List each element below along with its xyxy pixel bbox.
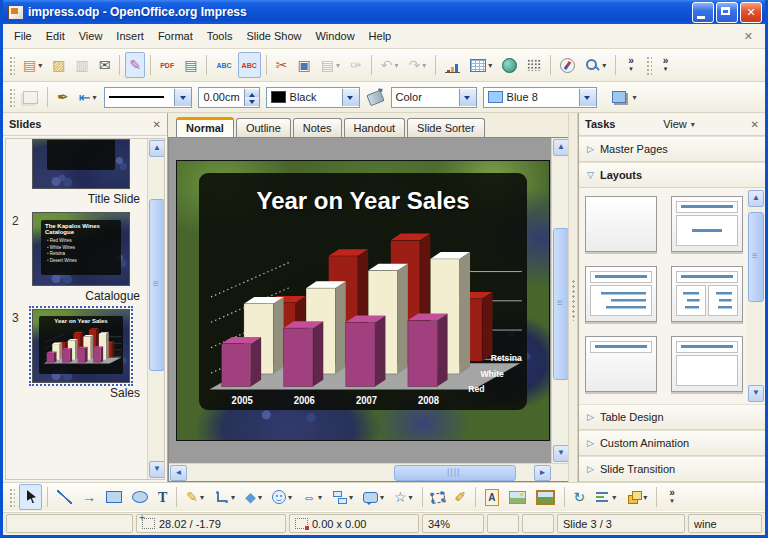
email-button[interactable]: ✉ bbox=[95, 52, 115, 78]
print-button[interactable]: ▤ bbox=[180, 52, 201, 78]
menu-edit[interactable]: Edit bbox=[39, 27, 72, 45]
scroll-left-icon[interactable]: ◄ bbox=[170, 465, 187, 481]
section-custom-animation[interactable]: ▷ Custom Animation bbox=[579, 430, 765, 456]
status-cursor-position[interactable]: 28.02 / -1.79 bbox=[136, 514, 286, 533]
arrow-style-button[interactable]: ⇤▾ bbox=[75, 84, 101, 110]
menu-window[interactable]: Window bbox=[308, 27, 361, 45]
toolbar-grip[interactable] bbox=[8, 487, 15, 507]
grid-button[interactable] bbox=[523, 52, 545, 78]
slide-thumbnail-3[interactable]: 3 Year on Year Sales Sales bbox=[32, 309, 142, 400]
layout-title-two-content[interactable] bbox=[671, 266, 743, 322]
paste-button[interactable]: ▤▾ bbox=[317, 52, 344, 78]
status-object-size[interactable]: 0.00 x 0.00 bbox=[289, 514, 419, 533]
scroll-down-icon[interactable]: ▼ bbox=[553, 445, 568, 462]
copy-button[interactable]: ▣ bbox=[294, 52, 315, 78]
edit-points-button[interactable] bbox=[428, 484, 449, 510]
text-tool[interactable]: T bbox=[154, 484, 171, 510]
menu-file[interactable]: File bbox=[7, 27, 39, 45]
layout-blank[interactable] bbox=[585, 196, 657, 252]
chevron-down-icon[interactable]: ▾ bbox=[691, 120, 703, 129]
symbol-shapes-tool[interactable]: ▾ bbox=[268, 484, 296, 510]
spin-down-icon[interactable] bbox=[245, 97, 259, 106]
rectangle-tool[interactable] bbox=[102, 484, 126, 510]
scrollbar-thumb[interactable] bbox=[553, 228, 568, 380]
toolbar-grip[interactable] bbox=[645, 55, 652, 75]
section-table-design[interactable]: ▷ Table Design bbox=[579, 404, 765, 430]
document-close-icon[interactable]: ✕ bbox=[736, 30, 761, 43]
menu-format[interactable]: Format bbox=[151, 27, 200, 45]
from-file-button[interactable] bbox=[505, 484, 530, 510]
current-slide[interactable]: Year on Year Sales 2005200620072008RedWh… bbox=[176, 160, 550, 441]
glue-points-button[interactable]: ✐ bbox=[451, 484, 471, 510]
shadow-button[interactable] bbox=[608, 84, 630, 110]
layout-title-frame[interactable] bbox=[671, 336, 743, 392]
status-zoom-level[interactable]: 34% bbox=[422, 514, 484, 533]
alignment-button[interactable]: ▾ bbox=[591, 484, 620, 510]
cut-button[interactable]: ✂ bbox=[272, 52, 292, 78]
status-empty[interactable] bbox=[6, 514, 133, 533]
scroll-down-icon[interactable]: ▼ bbox=[149, 461, 165, 478]
status-master-name[interactable]: wine bbox=[688, 514, 762, 533]
status-modified-flag[interactable] bbox=[487, 514, 519, 533]
callouts-tool[interactable]: ▾ bbox=[359, 484, 388, 510]
block-arrows-tool[interactable]: ⇔▾ bbox=[298, 484, 326, 510]
status-slide-number[interactable]: Slide 3 / 3 bbox=[557, 514, 685, 533]
horizontal-scrollbar[interactable]: ◄ ► bbox=[169, 463, 568, 481]
layout-title-subtitle[interactable] bbox=[671, 196, 743, 252]
redo-button[interactable]: ↷▾ bbox=[404, 52, 430, 78]
scroll-up-icon[interactable]: ▲ bbox=[553, 139, 568, 156]
chevron-down-icon[interactable] bbox=[579, 89, 596, 106]
layouts-scrollbar[interactable]: ▲ ▼ bbox=[747, 190, 763, 402]
tasks-panel-close-icon[interactable]: ✕ bbox=[751, 119, 759, 130]
line-tool[interactable] bbox=[53, 484, 76, 510]
arrow-tool[interactable]: → bbox=[78, 484, 100, 510]
slide-thumbnail-1[interactable]: Fine wines from Greek Island Vineyards T… bbox=[32, 139, 142, 206]
tab-normal[interactable]: Normal bbox=[176, 117, 234, 137]
fill-can-button[interactable] bbox=[364, 84, 387, 110]
scrollbar-thumb[interactable] bbox=[748, 212, 764, 302]
edit-file-button[interactable]: ✎ bbox=[125, 52, 145, 78]
tab-notes[interactable]: Notes bbox=[293, 118, 342, 137]
scroll-up-icon[interactable]: ▲ bbox=[748, 190, 764, 207]
vertical-scrollbar[interactable]: ▲ ▼ bbox=[551, 138, 568, 463]
gallery-button[interactable] bbox=[532, 484, 559, 510]
chevron-down-icon[interactable] bbox=[342, 89, 359, 106]
layout-title-only[interactable] bbox=[585, 336, 657, 392]
section-slide-transition[interactable]: ▷ Slide Transition bbox=[579, 456, 765, 482]
open-button[interactable]: ▨ bbox=[48, 52, 69, 78]
line-color-select[interactable]: Black bbox=[266, 87, 360, 108]
pen-style-button[interactable]: ✒ bbox=[53, 84, 73, 110]
format-paintbrush-button[interactable]: ✑ bbox=[346, 52, 366, 78]
line-style-select[interactable] bbox=[104, 87, 192, 108]
section-master-pages[interactable]: ▷ Master Pages bbox=[579, 136, 765, 162]
scroll-down-icon[interactable]: ▼ bbox=[748, 385, 764, 402]
export-pdf-button[interactable]: PDF bbox=[156, 52, 178, 78]
menu-tools[interactable]: Tools bbox=[200, 27, 240, 45]
toolbar-grip[interactable] bbox=[8, 55, 15, 75]
stars-tool[interactable]: ☆▾ bbox=[390, 484, 417, 510]
maximize-button[interactable] bbox=[716, 2, 738, 23]
undo-button[interactable]: ↶▾ bbox=[377, 52, 403, 78]
minimize-button[interactable] bbox=[692, 2, 714, 23]
slides-panel-close-icon[interactable]: ✕ bbox=[153, 119, 161, 130]
spin-up-icon[interactable] bbox=[245, 89, 259, 98]
menu-slide-show[interactable]: Slide Show bbox=[239, 27, 308, 45]
select-tool[interactable] bbox=[19, 484, 42, 510]
navigator-button[interactable] bbox=[556, 52, 579, 78]
close-button[interactable]: ✕ bbox=[740, 2, 762, 23]
menu-help[interactable]: Help bbox=[362, 27, 399, 45]
tab-handout[interactable]: Handout bbox=[344, 118, 406, 137]
hyperlink-button[interactable] bbox=[498, 52, 521, 78]
presentation-toolbar-overflow-button[interactable]: »▾ bbox=[656, 52, 676, 78]
panel-splitter[interactable] bbox=[568, 113, 578, 482]
menu-view[interactable]: View bbox=[72, 27, 110, 45]
fontwork-button[interactable]: A bbox=[481, 484, 502, 510]
fill-color-select[interactable]: Blue 8 bbox=[483, 87, 597, 108]
position-size-button[interactable] bbox=[19, 84, 42, 110]
tab-slide-sorter[interactable]: Slide Sorter bbox=[407, 118, 484, 137]
slide-thumbnail-2[interactable]: 2 The Kapalos Wines Catalogue Red WinesW… bbox=[32, 212, 142, 303]
connector-tool[interactable]: ▾ bbox=[210, 484, 239, 510]
scroll-right-icon[interactable]: ► bbox=[534, 465, 551, 481]
table-button[interactable]: ▾ bbox=[466, 52, 496, 78]
toolbar-grip[interactable] bbox=[8, 87, 15, 107]
